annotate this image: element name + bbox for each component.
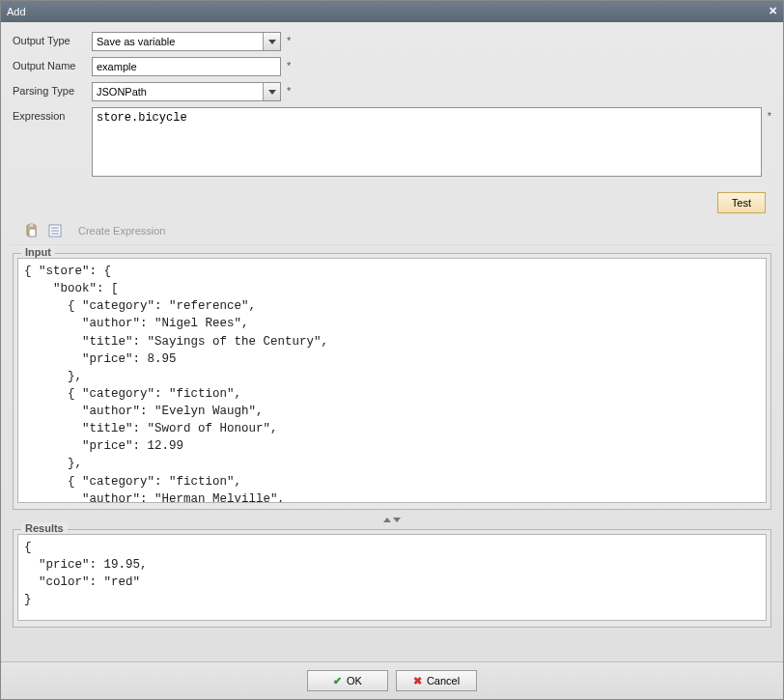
create-expression-link[interactable]: Create Expression	[78, 225, 166, 237]
required-marker: *	[287, 35, 291, 46]
toolbar: Create Expression	[1, 221, 783, 244]
list-icon[interactable]	[47, 223, 63, 238]
output-name-input[interactable]	[92, 57, 281, 76]
test-button[interactable]: Test	[717, 192, 766, 213]
parsing-type-select[interactable]	[92, 82, 281, 101]
label-expression: Expression	[13, 107, 92, 122]
row-output-type: Output Type *	[13, 32, 771, 51]
paste-icon[interactable]	[24, 223, 40, 238]
input-group: Input	[13, 253, 771, 510]
test-row: Test	[1, 186, 783, 221]
cancel-label: Cancel	[427, 675, 460, 686]
row-parsing-type: Parsing Type *	[13, 82, 771, 101]
splitter-handle[interactable]	[13, 516, 771, 523]
row-expression: Expression *	[13, 107, 771, 177]
dialog-add: Add ✕ Output Type * Output Name * Parsin…	[0, 0, 784, 700]
chevron-down-icon	[393, 518, 401, 522]
ok-label: OK	[347, 675, 362, 686]
close-icon[interactable]: ✕	[766, 5, 779, 18]
input-legend: Input	[21, 246, 55, 258]
ok-button[interactable]: ✔ OK	[307, 670, 388, 691]
footer: ✔ OK ✖ Cancel	[1, 661, 783, 699]
svg-rect-1	[29, 224, 34, 227]
required-marker: *	[768, 110, 771, 122]
output-type-value[interactable]	[93, 33, 263, 50]
separator	[11, 244, 773, 245]
expression-input[interactable]	[92, 107, 762, 177]
results-textarea[interactable]	[17, 534, 767, 621]
row-output-name: Output Name *	[13, 57, 771, 76]
chevron-up-icon	[383, 518, 391, 522]
results-group: Results	[13, 529, 771, 628]
label-parsing-type: Parsing Type	[13, 82, 92, 97]
parsing-type-value[interactable]	[93, 83, 263, 100]
form-area: Output Type * Output Name * Parsing Type	[1, 22, 783, 186]
test-button-label: Test	[732, 197, 751, 209]
titlebar: Add ✕	[1, 1, 783, 22]
input-textarea[interactable]	[17, 258, 767, 503]
cancel-button[interactable]: ✖ Cancel	[396, 670, 477, 691]
check-icon: ✔	[333, 675, 342, 687]
cross-icon: ✖	[413, 675, 422, 687]
chevron-down-icon[interactable]	[263, 33, 280, 50]
output-type-select[interactable]	[92, 32, 281, 51]
svg-rect-2	[29, 229, 36, 237]
required-marker: *	[287, 85, 291, 97]
results-legend: Results	[21, 522, 68, 534]
required-marker: *	[287, 60, 291, 71]
chevron-down-icon[interactable]	[263, 83, 280, 100]
label-output-type: Output Type	[13, 32, 92, 46]
label-output-name: Output Name	[13, 57, 92, 71]
window-title: Add	[7, 6, 26, 17]
